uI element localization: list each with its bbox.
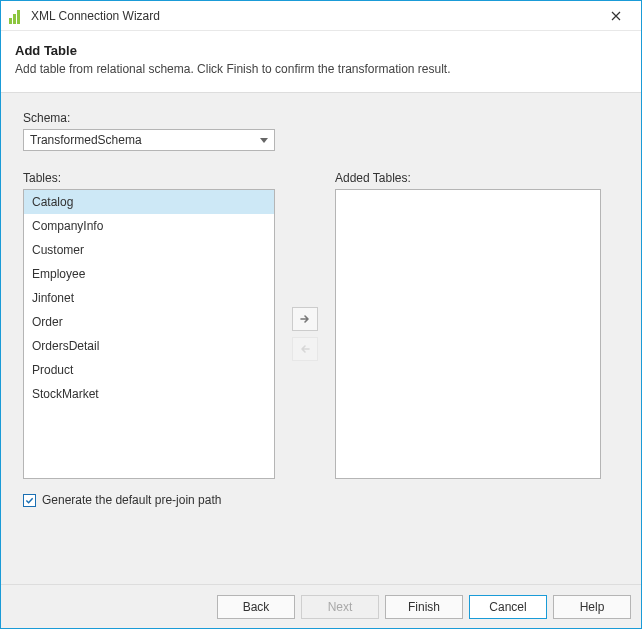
added-tables-listbox[interactable] [335,189,601,479]
table-item[interactable]: Product [24,358,274,382]
chevron-down-icon [260,138,268,143]
table-item[interactable]: CompanyInfo [24,214,274,238]
schema-select-value: TransformedSchema [30,133,142,147]
table-item[interactable]: Catalog [24,190,274,214]
table-item[interactable]: Jinfonet [24,286,274,310]
table-item[interactable]: Employee [24,262,274,286]
added-tables-label: Added Tables: [335,171,601,185]
page-title: Add Table [15,43,627,58]
schema-select[interactable]: TransformedSchema [23,129,275,151]
generate-prejoin-label: Generate the default pre-join path [42,493,221,507]
next-button[interactable]: Next [301,595,379,619]
remove-table-button[interactable] [292,337,318,361]
page-subtitle: Add table from relational schema. Click … [15,62,627,76]
help-button[interactable]: Help [553,595,631,619]
window-title: XML Connection Wizard [31,9,595,23]
close-icon [611,11,621,21]
schema-label: Schema: [23,111,619,125]
checkbox-box [23,494,36,507]
tables-listbox[interactable]: CatalogCompanyInfoCustomerEmployeeJinfon… [23,189,275,479]
table-item[interactable]: Order [24,310,274,334]
table-item[interactable]: StockMarket [24,382,274,406]
arrow-left-icon [299,343,311,355]
generate-prejoin-checkbox[interactable]: Generate the default pre-join path [23,493,619,507]
wizard-window: XML Connection Wizard Add Table Add tabl… [0,0,642,629]
back-button[interactable]: Back [217,595,295,619]
tables-label: Tables: [23,171,275,185]
arrow-right-icon [299,313,311,325]
app-icon [9,8,25,24]
body-panel: Schema: TransformedSchema Tables: Catalo… [1,93,641,584]
transfer-arrows [275,189,335,479]
check-icon [25,496,34,505]
finish-button[interactable]: Finish [385,595,463,619]
cancel-button[interactable]: Cancel [469,595,547,619]
lists-row: Tables: CatalogCompanyInfoCustomerEmploy… [23,171,619,479]
close-button[interactable] [595,2,637,30]
schema-row: Schema: TransformedSchema [23,111,619,151]
tables-column: Tables: CatalogCompanyInfoCustomerEmploy… [23,171,275,479]
add-table-button[interactable] [292,307,318,331]
footer: Back Next Finish Cancel Help [1,584,641,628]
table-item[interactable]: Customer [24,238,274,262]
added-tables-column: Added Tables: [335,171,601,479]
titlebar: XML Connection Wizard [1,1,641,31]
header-panel: Add Table Add table from relational sche… [1,31,641,93]
table-item[interactable]: OrdersDetail [24,334,274,358]
